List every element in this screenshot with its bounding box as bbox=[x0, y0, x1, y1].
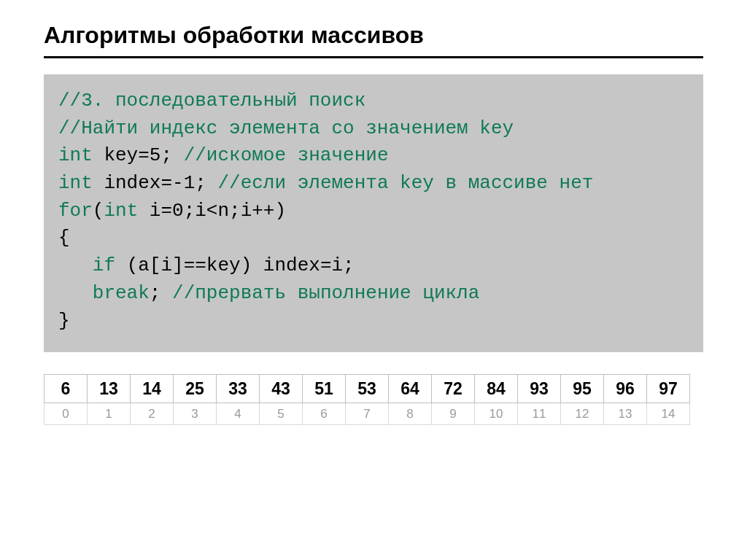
code-line-5: for(int i=0;i<n;i++) bbox=[58, 198, 689, 225]
keyword: for bbox=[58, 200, 93, 222]
code-text: i=0;i<n;i++) bbox=[138, 200, 286, 222]
array-value-cell: 95 bbox=[560, 374, 604, 403]
array-value-cell: 51 bbox=[302, 374, 346, 403]
array-values-row: 6 13 14 25 33 43 51 53 64 72 84 93 95 96… bbox=[44, 374, 703, 403]
array-value-cell: 13 bbox=[87, 374, 131, 403]
array-index-cell: 10 bbox=[474, 403, 518, 425]
keyword: int bbox=[104, 200, 138, 222]
comment: //если элемента key в массиве нет bbox=[217, 172, 593, 194]
array-value-cell: 64 bbox=[388, 374, 432, 403]
slide-container: Алгоритмы обработки массивов //3. послед… bbox=[0, 0, 747, 454]
keyword: break bbox=[93, 282, 150, 304]
array-index-cell: 2 bbox=[130, 403, 174, 425]
code-text: ( bbox=[93, 200, 104, 222]
code-block: //3. последовательный поиск //Найти инде… bbox=[44, 74, 703, 352]
slide-title: Алгоритмы обработки массивов bbox=[44, 22, 703, 49]
array-index-cell: 4 bbox=[216, 403, 260, 425]
code-line-1: //3. последовательный поиск bbox=[58, 88, 689, 115]
code-line-3: int key=5; //искомое значение bbox=[58, 142, 689, 170]
array-visualization: 6 13 14 25 33 43 51 53 64 72 84 93 95 96… bbox=[44, 374, 703, 425]
code-line-7: if (a[i]==key) index=i; bbox=[58, 252, 689, 280]
array-index-cell: 13 bbox=[603, 403, 647, 425]
array-index-cell: 5 bbox=[259, 403, 303, 425]
array-value-cell: 14 bbox=[130, 374, 174, 403]
comment: //искомое значение bbox=[184, 144, 389, 166]
array-value-cell: 53 bbox=[345, 374, 389, 403]
keyword: int bbox=[58, 144, 93, 166]
array-index-cell: 12 bbox=[560, 403, 604, 425]
code-line-2: //Найти индекс элемента со значением key bbox=[58, 115, 689, 143]
code-line-8: break; //прервать выполнение цикла bbox=[58, 280, 689, 308]
array-value-cell: 93 bbox=[517, 374, 561, 403]
code-line-9: } bbox=[58, 308, 689, 335]
code-text: { bbox=[58, 227, 70, 249]
array-index-cell: 11 bbox=[517, 403, 561, 425]
comment: //Найти индекс элемента со значением key bbox=[58, 117, 514, 139]
array-index-cell: 6 bbox=[302, 403, 346, 425]
array-value-cell: 84 bbox=[474, 374, 518, 403]
array-index-cell: 7 bbox=[345, 403, 389, 425]
array-value-cell: 33 bbox=[216, 374, 260, 403]
array-value-cell: 43 bbox=[259, 374, 303, 403]
code-indent bbox=[58, 254, 93, 276]
array-value-cell: 96 bbox=[603, 374, 647, 403]
comment: //3. последовательный поиск bbox=[58, 90, 365, 112]
keyword: int bbox=[58, 172, 93, 194]
code-text: index=-1; bbox=[93, 172, 218, 194]
code-text: ; bbox=[150, 282, 172, 304]
array-value-cell: 25 bbox=[173, 374, 217, 403]
array-index-cell: 8 bbox=[388, 403, 432, 425]
array-index-cell: 14 bbox=[646, 403, 690, 425]
array-value-cell: 97 bbox=[646, 374, 690, 403]
code-line-6: { bbox=[58, 225, 689, 252]
array-indices-row: 0 1 2 3 4 5 6 7 8 9 10 11 12 13 14 bbox=[44, 403, 703, 425]
array-value-cell: 6 bbox=[44, 374, 88, 403]
comment: //прервать выполнение цикла bbox=[172, 282, 479, 304]
code-line-4: int index=-1; //если элемента key в масс… bbox=[58, 170, 689, 198]
array-index-cell: 1 bbox=[87, 403, 131, 425]
keyword: if bbox=[93, 254, 115, 276]
code-text: (a[i]==key) index=i; bbox=[115, 254, 355, 276]
title-divider bbox=[44, 56, 703, 58]
array-value-cell: 72 bbox=[431, 374, 475, 403]
code-text: } bbox=[58, 310, 70, 332]
code-text: key=5; bbox=[93, 144, 184, 166]
array-index-cell: 9 bbox=[431, 403, 475, 425]
code-indent bbox=[58, 282, 93, 304]
array-index-cell: 3 bbox=[173, 403, 217, 425]
array-index-cell: 0 bbox=[44, 403, 88, 425]
